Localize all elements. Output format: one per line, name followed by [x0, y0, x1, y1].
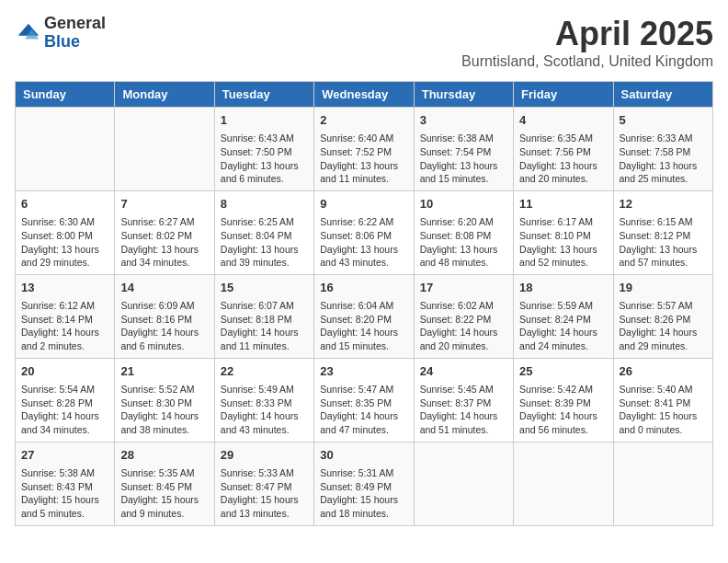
day-info: Sunrise: 6:09 AMSunset: 8:16 PMDaylight:… [120, 299, 208, 353]
day-number: 26 [620, 363, 707, 380]
day-info: Sunrise: 6:35 AMSunset: 7:56 PMDaylight:… [519, 132, 607, 186]
day-number: 10 [420, 196, 507, 213]
week-row-1: 1Sunrise: 6:43 AMSunset: 7:50 PMDaylight… [16, 108, 713, 191]
calendar-cell-w2-d6: 11Sunrise: 6:17 AMSunset: 8:10 PMDayligh… [514, 190, 613, 274]
day-info: Sunrise: 5:57 AMSunset: 8:26 PMDaylight:… [620, 299, 707, 353]
day-number: 23 [320, 363, 407, 380]
day-number: 25 [519, 363, 607, 380]
day-info: Sunrise: 5:33 AMSunset: 8:47 PMDaylight:… [221, 466, 308, 521]
header-tuesday: Tuesday [214, 82, 313, 108]
day-number: 20 [21, 363, 108, 380]
calendar-cell-w3-d6: 18Sunrise: 5:59 AMSunset: 8:24 PMDayligh… [514, 274, 613, 358]
day-info: Sunrise: 6:12 AMSunset: 8:14 PMDaylight:… [21, 299, 108, 353]
day-number: 3 [420, 112, 507, 129]
day-number: 2 [320, 112, 407, 129]
calendar-cell-w5-d3: 29Sunrise: 5:33 AMSunset: 8:47 PMDayligh… [214, 442, 313, 525]
calendar-table: Sunday Monday Tuesday Wednesday Thursday… [15, 81, 713, 526]
header-monday: Monday [115, 82, 214, 108]
calendar-cell-w5-d7 [613, 442, 712, 525]
day-number: 27 [21, 447, 108, 464]
page-container: General Blue April 2025 Burntisland, Sco… [15, 15, 713, 526]
day-info: Sunrise: 6:04 AMSunset: 8:20 PMDaylight:… [320, 299, 407, 353]
calendar-cell-w5-d6 [514, 442, 613, 525]
calendar-cell-w1-d1 [16, 108, 115, 191]
calendar-cell-w5-d1: 27Sunrise: 5:38 AMSunset: 8:43 PMDayligh… [16, 442, 115, 525]
day-info: Sunrise: 5:31 AMSunset: 8:49 PMDaylight:… [320, 466, 407, 521]
day-info: Sunrise: 5:52 AMSunset: 8:30 PMDaylight:… [120, 383, 208, 437]
day-number: 8 [221, 196, 308, 213]
calendar-cell-w1-d6: 4Sunrise: 6:35 AMSunset: 7:56 PMDaylight… [514, 108, 613, 191]
day-info: Sunrise: 6:07 AMSunset: 8:18 PMDaylight:… [221, 299, 308, 353]
day-info: Sunrise: 6:27 AMSunset: 8:02 PMDaylight:… [120, 215, 208, 270]
calendar-cell-w2-d2: 7Sunrise: 6:27 AMSunset: 8:02 PMDaylight… [115, 190, 214, 274]
calendar-cell-w2-d1: 6Sunrise: 6:30 AMSunset: 8:00 PMDaylight… [16, 190, 115, 274]
calendar-cell-w5-d5 [414, 442, 513, 525]
calendar-cell-w3-d4: 16Sunrise: 6:04 AMSunset: 8:20 PMDayligh… [314, 274, 414, 358]
header: General Blue April 2025 Burntisland, Sco… [15, 15, 713, 70]
day-number: 22 [221, 363, 308, 380]
day-info: Sunrise: 5:42 AMSunset: 8:39 PMDaylight:… [519, 383, 607, 437]
location-text: Burntisland, Scotland, United Kingdom [461, 53, 713, 70]
day-info: Sunrise: 6:33 AMSunset: 7:58 PMDaylight:… [620, 132, 707, 186]
day-number: 24 [420, 363, 507, 380]
day-info: Sunrise: 5:54 AMSunset: 8:28 PMDaylight:… [21, 383, 108, 437]
day-number: 4 [519, 112, 607, 129]
day-info: Sunrise: 5:47 AMSunset: 8:35 PMDaylight:… [320, 383, 407, 437]
day-number: 11 [519, 196, 607, 213]
header-saturday: Saturday [613, 82, 712, 108]
day-info: Sunrise: 5:49 AMSunset: 8:33 PMDaylight:… [221, 383, 308, 437]
calendar-cell-w1-d4: 2Sunrise: 6:40 AMSunset: 7:52 PMDaylight… [314, 108, 414, 191]
calendar-cell-w4-d1: 20Sunrise: 5:54 AMSunset: 8:28 PMDayligh… [16, 358, 115, 442]
header-sunday: Sunday [16, 82, 115, 108]
day-info: Sunrise: 6:20 AMSunset: 8:08 PMDaylight:… [420, 215, 507, 270]
calendar-cell-w3-d5: 17Sunrise: 6:02 AMSunset: 8:22 PMDayligh… [414, 274, 513, 358]
day-number: 21 [120, 363, 208, 380]
calendar-cell-w3-d2: 14Sunrise: 6:09 AMSunset: 8:16 PMDayligh… [115, 274, 214, 358]
calendar-cell-w5-d4: 30Sunrise: 5:31 AMSunset: 8:49 PMDayligh… [314, 442, 414, 525]
day-number: 16 [320, 280, 407, 296]
calendar-cell-w4-d4: 23Sunrise: 5:47 AMSunset: 8:35 PMDayligh… [314, 358, 414, 442]
day-info: Sunrise: 6:17 AMSunset: 8:10 PMDaylight:… [519, 215, 607, 270]
day-info: Sunrise: 5:40 AMSunset: 8:41 PMDaylight:… [620, 383, 707, 437]
day-number: 13 [21, 280, 108, 296]
week-row-5: 27Sunrise: 5:38 AMSunset: 8:43 PMDayligh… [16, 442, 713, 525]
logo-blue-text: Blue [44, 32, 80, 51]
day-number: 6 [21, 196, 108, 213]
logo: General Blue [15, 15, 106, 52]
day-info: Sunrise: 6:25 AMSunset: 8:04 PMDaylight:… [221, 215, 308, 270]
month-title: April 2025 [461, 15, 713, 53]
logo-general-text: General [44, 14, 106, 32]
day-number: 12 [620, 196, 707, 213]
day-number: 7 [120, 196, 208, 213]
header-thursday: Thursday [414, 82, 513, 108]
day-info: Sunrise: 6:15 AMSunset: 8:12 PMDaylight:… [620, 215, 707, 270]
title-block: April 2025 Burntisland, Scotland, United… [461, 15, 713, 70]
header-wednesday: Wednesday [314, 82, 414, 108]
weekday-header-row: Sunday Monday Tuesday Wednesday Thursday… [16, 82, 713, 108]
week-row-4: 20Sunrise: 5:54 AMSunset: 8:28 PMDayligh… [16, 358, 713, 442]
week-row-2: 6Sunrise: 6:30 AMSunset: 8:00 PMDaylight… [16, 190, 713, 274]
calendar-cell-w2-d4: 9Sunrise: 6:22 AMSunset: 8:06 PMDaylight… [314, 190, 414, 274]
day-number: 5 [620, 112, 707, 129]
header-friday: Friday [514, 82, 613, 108]
calendar-cell-w2-d5: 10Sunrise: 6:20 AMSunset: 8:08 PMDayligh… [414, 190, 513, 274]
day-info: Sunrise: 5:35 AMSunset: 8:45 PMDaylight:… [120, 466, 208, 521]
calendar-cell-w2-d3: 8Sunrise: 6:25 AMSunset: 8:04 PMDaylight… [214, 190, 313, 274]
calendar-cell-w4-d2: 21Sunrise: 5:52 AMSunset: 8:30 PMDayligh… [115, 358, 214, 442]
calendar-cell-w4-d3: 22Sunrise: 5:49 AMSunset: 8:33 PMDayligh… [214, 358, 313, 442]
day-info: Sunrise: 6:38 AMSunset: 7:54 PMDaylight:… [420, 132, 507, 186]
day-info: Sunrise: 6:30 AMSunset: 8:00 PMDaylight:… [21, 215, 108, 270]
calendar-cell-w5-d2: 28Sunrise: 5:35 AMSunset: 8:45 PMDayligh… [115, 442, 214, 525]
day-number: 29 [221, 447, 308, 464]
calendar-cell-w1-d3: 1Sunrise: 6:43 AMSunset: 7:50 PMDaylight… [214, 108, 313, 191]
calendar-cell-w1-d2 [115, 108, 214, 191]
calendar-cell-w4-d6: 25Sunrise: 5:42 AMSunset: 8:39 PMDayligh… [514, 358, 613, 442]
day-number: 28 [120, 447, 208, 464]
day-info: Sunrise: 6:02 AMSunset: 8:22 PMDaylight:… [420, 299, 507, 353]
day-info: Sunrise: 6:43 AMSunset: 7:50 PMDaylight:… [221, 132, 308, 186]
day-number: 19 [620, 280, 707, 296]
logo-icon [15, 20, 40, 46]
calendar-cell-w3-d1: 13Sunrise: 6:12 AMSunset: 8:14 PMDayligh… [16, 274, 115, 358]
day-number: 30 [320, 447, 407, 464]
calendar-cell-w1-d5: 3Sunrise: 6:38 AMSunset: 7:54 PMDaylight… [414, 108, 513, 191]
